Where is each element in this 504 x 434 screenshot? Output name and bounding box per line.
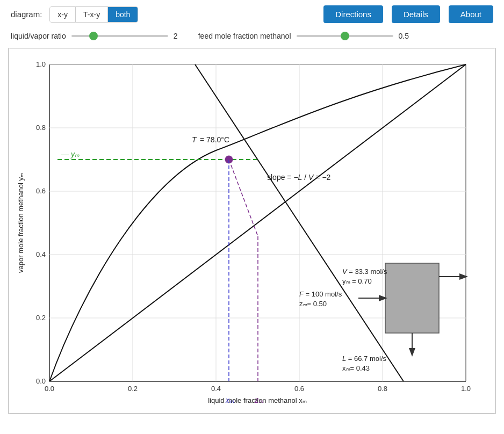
feed-mole-value: 0.5 <box>399 32 414 40</box>
L-label: L = 66.7 mol/s <box>342 355 387 363</box>
svg-text:0.6: 0.6 <box>36 187 46 195</box>
tab-group: x-y T-x-y both <box>49 6 138 23</box>
F-label: F = 100 mol/s <box>299 290 342 298</box>
svg-text:0.2: 0.2 <box>128 385 138 393</box>
svg-text:0.4: 0.4 <box>211 385 221 393</box>
temperature-label: T <box>192 135 197 144</box>
svg-text:0.4: 0.4 <box>36 250 46 258</box>
svg-text:0.0: 0.0 <box>36 377 46 385</box>
header: diagram: x-y T-x-y both Directions Detai… <box>0 0 504 28</box>
slope-label: slope = −L / V = −2 <box>267 173 331 182</box>
svg-text:0.2: 0.2 <box>36 314 46 322</box>
zm-axis-label: zₘ <box>254 396 263 404</box>
V-label: V = 33.3 mol/s <box>342 267 387 276</box>
lv-ratio-value: 2 <box>174 32 189 40</box>
ym-val-label: yₘ = 0.70 <box>342 277 372 285</box>
feed-mole-label: feed mole fraction methanol <box>198 32 291 40</box>
temperature-value: = 78.0°C <box>200 135 229 144</box>
zm-val-label: zₘ= 0.50 <box>299 300 327 308</box>
directions-button[interactable]: Directions <box>323 5 383 23</box>
xm-axis-label: xₘ <box>225 396 234 404</box>
tab-xy[interactable]: x-y <box>50 7 76 22</box>
sliders-row: liquid/vapor ratio 2 feed mole fraction … <box>0 28 504 44</box>
lv-ratio-label: liquid/vapor ratio <box>11 32 66 40</box>
svg-text:1.0: 1.0 <box>461 385 471 393</box>
svg-text:1.0: 1.0 <box>36 60 46 68</box>
tab-both[interactable]: both <box>108 7 138 22</box>
main-svg: 0.0 0.2 0.4 0.6 0.8 1.0 0.0 0.2 0.4 0.6 … <box>15 54 493 408</box>
y-axis-label: vapor mole fraction methanol yₘ <box>17 173 25 273</box>
svg-text:0.0: 0.0 <box>45 385 54 393</box>
svg-text:0.8: 0.8 <box>36 124 46 132</box>
about-button[interactable]: About <box>449 5 493 23</box>
details-button[interactable]: Details <box>392 5 440 23</box>
svg-text:0.6: 0.6 <box>294 385 304 393</box>
lv-ratio-group: liquid/vapor ratio 2 <box>11 32 189 40</box>
lv-ratio-slider[interactable] <box>71 35 168 37</box>
svg-text:0.8: 0.8 <box>378 385 387 393</box>
chart-container: 0.0 0.2 0.4 0.6 0.8 1.0 0.0 0.2 0.4 0.6 … <box>9 48 495 414</box>
ym-annotation: — yₘ <box>61 150 80 158</box>
svg-line-29 <box>229 160 258 236</box>
tab-txy[interactable]: T-x-y <box>76 7 108 22</box>
feed-mole-slider[interactable] <box>297 35 393 37</box>
feed-mole-group: feed mole fraction methanol 0.5 <box>198 32 414 40</box>
diagram-label: diagram: <box>11 10 42 19</box>
xm-val-label: xₘ= 0.43 <box>342 364 370 372</box>
flash-drum-box <box>385 263 439 333</box>
